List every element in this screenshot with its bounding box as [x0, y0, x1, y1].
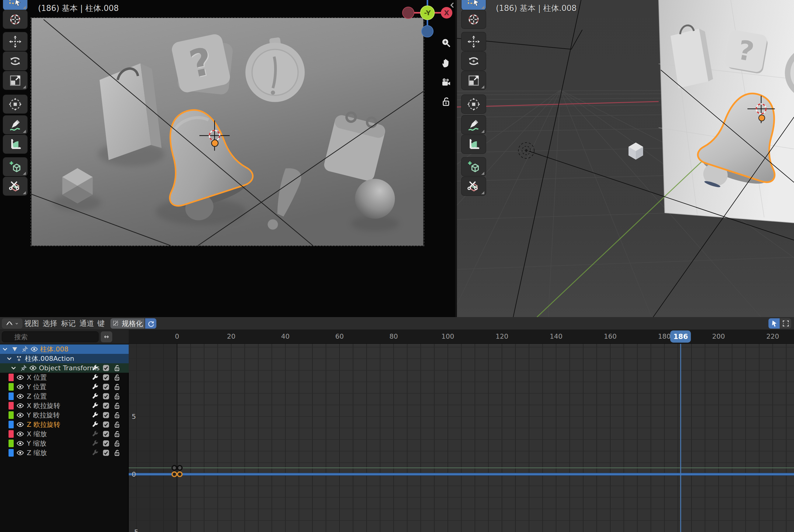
menu-4[interactable]: 通道 — [78, 319, 96, 328]
check-icon[interactable] — [102, 393, 110, 400]
check-icon[interactable] — [102, 421, 110, 428]
gizmo-axis-neg-x[interactable] — [403, 7, 414, 19]
lock-icon[interactable] — [113, 449, 121, 457]
select-box-tool-button[interactable] — [3, 0, 27, 10]
menu-2[interactable]: 选择 — [41, 319, 59, 328]
lock-icon[interactable] — [113, 383, 121, 391]
eye-icon[interactable] — [31, 345, 38, 353]
keyframe[interactable] — [177, 466, 182, 470]
measure-tool-button[interactable] — [3, 135, 27, 153]
wrench-icon[interactable] — [91, 411, 99, 419]
perspective-viewport[interactable]: ? — [457, 0, 794, 317]
move-tool-button[interactable] — [3, 32, 27, 51]
select-box-tool-button[interactable] — [461, 0, 486, 10]
pin-icon[interactable] — [19, 364, 27, 372]
add-cube-tool-button[interactable] — [461, 157, 486, 176]
keyframe-selected[interactable] — [172, 472, 177, 477]
lock-icon[interactable] — [113, 430, 121, 438]
chevron-down-icon[interactable] — [1, 345, 9, 353]
lock-icon[interactable] — [113, 440, 121, 447]
channel-object-row[interactable]: 柱体.008 — [0, 344, 129, 354]
menu-3[interactable]: 标记 — [59, 319, 78, 328]
eye-icon[interactable] — [16, 393, 24, 400]
check-icon[interactable] — [102, 374, 110, 381]
action-icon[interactable] — [15, 355, 23, 362]
sidebar-collapse-chevron-icon[interactable] — [448, 1, 455, 9]
move-tool-button[interactable] — [461, 32, 486, 51]
eye-icon[interactable] — [16, 430, 24, 438]
lock-view-button[interactable] — [440, 95, 453, 108]
menu-5[interactable]: 键 — [95, 319, 107, 328]
channel-fcurve-row[interactable]: Y 欧拉旋转 — [0, 411, 129, 420]
wrench-icon[interactable] — [91, 402, 99, 410]
camera-view-button[interactable] — [440, 76, 453, 89]
keyframe-selected[interactable] — [177, 472, 182, 477]
channel-fcurve-row[interactable]: X 缩放 — [0, 429, 129, 439]
cursor-tool-button[interactable] — [461, 10, 486, 28]
cut-tool-button[interactable] — [461, 177, 486, 195]
plane-question-block-object[interactable]: ? — [724, 29, 769, 74]
filter-expand-button[interactable] — [101, 331, 112, 342]
wrench-icon[interactable] — [91, 374, 99, 381]
annotate-tool-button[interactable] — [3, 115, 27, 134]
channel-fcurve-row[interactable]: Y 位置 — [0, 382, 129, 392]
check-icon[interactable] — [102, 383, 110, 391]
gizmo-axis-neg-z[interactable] — [422, 25, 433, 37]
cursor-tool-button[interactable] — [3, 10, 27, 28]
lock-icon[interactable] — [113, 393, 121, 400]
pin-icon[interactable] — [21, 345, 28, 353]
sphere-object[interactable] — [355, 179, 395, 218]
current-frame-badge[interactable]: 186 — [670, 330, 691, 343]
eye-icon[interactable] — [16, 440, 24, 447]
wrench-icon[interactable] — [91, 393, 99, 400]
lock-icon[interactable] — [113, 364, 121, 372]
timeline-ruler[interactable]: 020406080100120140160180200220186 — [129, 330, 794, 344]
wrench-icon[interactable] — [91, 449, 99, 457]
eye-icon[interactable] — [16, 383, 24, 391]
menu-1[interactable]: 视图 — [22, 319, 41, 328]
check-icon[interactable] — [102, 364, 110, 372]
orientation-gizmo[interactable]: X -Y — [402, 0, 453, 38]
normalize-toggle[interactable]: 规格化 — [110, 318, 145, 329]
wrench-icon[interactable] — [91, 421, 99, 428]
eye-icon[interactable] — [16, 402, 24, 410]
check-icon[interactable] — [102, 430, 110, 438]
wrench-icon[interactable] — [91, 383, 99, 391]
tweak-tool-button[interactable] — [769, 318, 780, 329]
keyframe[interactable] — [172, 466, 177, 470]
eye-icon[interactable] — [29, 364, 37, 372]
curve-view[interactable]: 50-5 — [129, 344, 794, 532]
camera-viewport[interactable]: (186) 基本 | 柱体.008 — [0, 0, 455, 317]
channel-fcurve-row[interactable]: Z 缩放 — [0, 448, 129, 457]
annotate-tool-button[interactable] — [461, 115, 486, 134]
check-icon[interactable] — [102, 411, 110, 419]
eye-icon[interactable] — [16, 449, 24, 457]
chevron-down-icon[interactable] — [5, 355, 13, 362]
channel-fcurve-row[interactable]: Z 欧拉旋转 — [0, 420, 129, 429]
zoom-view-button[interactable] — [440, 37, 453, 49]
eye-icon[interactable] — [16, 421, 24, 428]
object-icon[interactable] — [11, 345, 19, 353]
editor-type-dropdown[interactable] — [2, 318, 22, 329]
wrench-icon[interactable] — [91, 364, 99, 372]
rotate-tool-button[interactable] — [3, 52, 27, 70]
auto-normalize-refresh-button[interactable] — [145, 318, 156, 329]
lock-icon[interactable] — [113, 374, 121, 381]
channel-fcurve-row[interactable]: X 位置 — [0, 373, 129, 382]
cut-tool-button[interactable] — [3, 177, 27, 195]
lock-icon[interactable] — [113, 421, 121, 428]
transform-tool-button[interactable] — [461, 95, 486, 113]
channel-group-row[interactable]: Object Transforms — [0, 363, 129, 373]
box-select-tool-button[interactable] — [780, 318, 791, 329]
eye-icon[interactable] — [16, 411, 24, 419]
rotate-tool-button[interactable] — [461, 52, 486, 70]
chevron-down-icon[interactable] — [10, 364, 17, 372]
channel-fcurve-row[interactable]: X 欧拉旋转 — [0, 401, 129, 411]
check-icon[interactable] — [102, 440, 110, 447]
channel-search-input[interactable] — [2, 331, 98, 342]
check-icon[interactable] — [102, 449, 110, 457]
wrench-icon[interactable] — [91, 430, 99, 438]
channel-action-row[interactable]: 柱体.008Action — [0, 354, 129, 363]
channel-fcurve-row[interactable]: Z 位置 — [0, 392, 129, 401]
channel-fcurve-row[interactable]: Y 缩放 — [0, 439, 129, 448]
